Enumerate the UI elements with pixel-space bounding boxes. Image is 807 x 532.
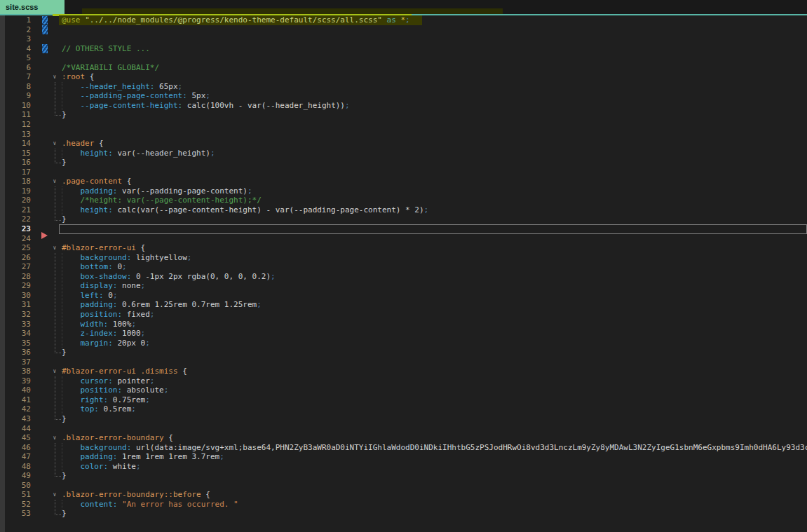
marker-margin xyxy=(41,262,49,272)
code-text: :root { xyxy=(60,72,94,82)
fold-margin xyxy=(49,414,60,424)
code-editor[interactable]: 1@use "../../node_modules/@progress/kend… xyxy=(0,15,807,519)
code-line[interactable]: 7∨:root { xyxy=(0,72,807,82)
code-line[interactable]: 6/*VARIABILI GLOBALI*/ xyxy=(0,63,807,73)
code-line[interactable]: 35 margin: 20px 0; xyxy=(0,339,807,348)
fold-chevron-icon[interactable]: ∨ xyxy=(49,139,60,149)
code-line[interactable]: 32 position: fixed; xyxy=(0,310,807,320)
code-line[interactable]: 15 height: var(--header_height); xyxy=(0,149,807,158)
line-number: 20 xyxy=(0,196,31,205)
fold-margin xyxy=(49,63,60,73)
code-line[interactable]: 46 background: url(data:image/svg+xml;ba… xyxy=(0,443,807,453)
code-line[interactable]: 45∨.blazor-error-boundary { xyxy=(0,433,807,443)
fold-margin xyxy=(49,168,60,177)
marker-margin xyxy=(41,395,49,405)
line-number: 4 xyxy=(0,44,31,54)
code-line[interactable]: 17 xyxy=(0,168,807,177)
code-line[interactable]: 37 xyxy=(0,357,807,367)
code-line[interactable]: 20 /*height: var(--page-content-height);… xyxy=(0,196,807,205)
line-number: 27 xyxy=(0,262,31,272)
code-line[interactable]: 40 position: absolute; xyxy=(0,386,807,395)
fold-margin xyxy=(49,272,60,282)
code-text xyxy=(60,357,62,367)
code-line[interactable]: 28 box-shadow: 0 -1px 2px rgba(0, 0, 0, … xyxy=(0,272,807,282)
code-line[interactable]: 33 width: 100%; xyxy=(0,320,807,329)
code-line[interactable]: 39 cursor: pointer; xyxy=(0,376,807,386)
line-number: 13 xyxy=(0,130,31,139)
code-line[interactable]: 2 xyxy=(0,25,807,35)
code-line[interactable]: 53} xyxy=(0,509,807,519)
line-number: 32 xyxy=(0,310,31,320)
code-line[interactable]: 24 xyxy=(0,234,807,244)
code-line[interactable]: 23 xyxy=(0,224,807,234)
code-line[interactable]: 1@use "../../node_modules/@progress/kend… xyxy=(0,15,807,25)
code-line[interactable]: 43} xyxy=(0,414,807,424)
code-line[interactable]: 14∨.header { xyxy=(0,139,807,149)
code-text: color: white; xyxy=(60,462,141,472)
code-line[interactable]: 29 display: none; xyxy=(0,281,807,291)
line-number: 29 xyxy=(0,281,31,291)
code-line[interactable]: 8 --header_height: 65px; xyxy=(0,82,807,92)
line-number: 21 xyxy=(0,205,31,215)
code-line[interactable]: 10 --page-content-height: calc(100vh - v… xyxy=(0,101,807,111)
code-line[interactable]: 42 top: 0.5rem; xyxy=(0,404,807,414)
marker-margin xyxy=(41,348,49,357)
code-line[interactable]: 31 padding: 0.6rem 1.25rem 0.7rem 1.25re… xyxy=(0,300,807,310)
marker-margin xyxy=(41,329,49,339)
tab-site-scss[interactable]: site.scss xyxy=(0,0,65,14)
code-line[interactable]: 22} xyxy=(0,214,807,224)
code-line[interactable]: 26 background: lightyellow; xyxy=(0,253,807,263)
code-line[interactable]: 49} xyxy=(0,471,807,481)
code-line[interactable]: 44 xyxy=(0,424,807,434)
code-line[interactable]: 50 xyxy=(0,481,807,491)
code-line[interactable]: 51∨.blazor-error-boundary::before { xyxy=(0,490,807,500)
marker-margin xyxy=(41,509,49,519)
fold-chevron-icon[interactable]: ∨ xyxy=(49,367,60,376)
code-line[interactable]: 16} xyxy=(0,158,807,168)
marker-margin xyxy=(41,414,49,424)
marker-margin xyxy=(41,91,49,101)
fold-chevron-icon[interactable]: ∨ xyxy=(49,433,60,443)
fold-chevron-icon[interactable]: ∨ xyxy=(49,243,60,253)
fold-margin xyxy=(49,196,60,205)
code-text: bottom: 0; xyxy=(60,262,127,272)
code-text xyxy=(60,120,62,130)
fold-chevron-icon[interactable]: ∨ xyxy=(49,72,60,82)
code-line[interactable]: 4// OTHERS STYLE ... xyxy=(0,44,807,54)
code-line[interactable]: 38∨#blazor-error-ui .dismiss { xyxy=(0,367,807,376)
code-line[interactable]: 18∨.page-content { xyxy=(0,177,807,186)
fold-margin xyxy=(49,214,60,224)
code-line[interactable]: 9 --padding-page-content: 5px; xyxy=(0,91,807,101)
code-line[interactable]: 27 bottom: 0; xyxy=(0,262,807,272)
code-line[interactable]: 19 padding: var(--padding-page-content); xyxy=(0,186,807,196)
line-number: 2 xyxy=(0,25,31,35)
fold-chevron-icon[interactable]: ∨ xyxy=(49,490,60,500)
code-line[interactable]: 52 content: "An error has occurred. " xyxy=(0,500,807,510)
marker-margin xyxy=(41,339,49,348)
marker-margin xyxy=(41,139,49,149)
code-line[interactable]: 34 z-index: 1000; xyxy=(0,329,807,339)
code-line[interactable]: 11} xyxy=(0,110,807,120)
marker-margin xyxy=(41,120,49,130)
code-line[interactable]: 13 xyxy=(0,130,807,139)
code-line[interactable]: 5 xyxy=(0,53,807,63)
marker-margin xyxy=(41,481,49,491)
fold-chevron-icon[interactable]: ∨ xyxy=(49,177,60,186)
code-line[interactable]: 21 height: calc(var(--page-content-heigh… xyxy=(0,205,807,215)
code-line[interactable]: 41 right: 0.75rem; xyxy=(0,395,807,405)
code-text: } xyxy=(60,110,67,120)
line-number: 24 xyxy=(0,234,31,244)
code-line[interactable]: 48 color: white; xyxy=(0,462,807,472)
code-line[interactable]: 30 left: 0; xyxy=(0,291,807,301)
fold-margin xyxy=(49,320,60,329)
line-number: 25 xyxy=(0,243,31,253)
code-line[interactable]: 25∨#blazor-error-ui { xyxy=(0,243,807,253)
code-line[interactable]: 36} xyxy=(0,348,807,357)
code-line[interactable]: 12 xyxy=(0,120,807,130)
marker-margin xyxy=(41,452,49,462)
code-text: } xyxy=(60,158,67,168)
marker-margin xyxy=(41,367,49,376)
code-line[interactable]: 47 padding: 1rem 1rem 1rem 3.7rem; xyxy=(0,452,807,462)
code-line[interactable]: 3 xyxy=(0,34,807,44)
code-text: background: url(data:image/svg+xml;base6… xyxy=(60,443,807,453)
